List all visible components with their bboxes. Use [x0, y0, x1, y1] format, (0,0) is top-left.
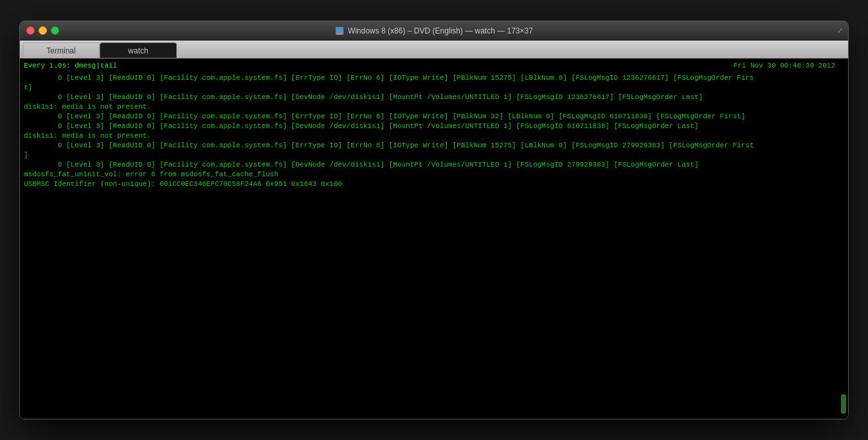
tab-bar: Terminal watch — [20, 41, 848, 59]
timestamp: Fri Nov 30 00:48:30 2012 — [734, 61, 844, 71]
svg-rect-1 — [336, 28, 343, 33]
terminal-body[interactable]: Every 1.0s: dmesg|tail Fri Nov 30 00:48:… — [20, 59, 848, 419]
terminal-header-line: Every 1.0s: dmesg|tail Fri Nov 30 00:48:… — [24, 61, 844, 71]
log-line-3: 0 [Level 3] [ReadUID 0] [Facility com.ap… — [24, 93, 844, 102]
log-line-12: USBMSC Identifier (non-unique): 001CC0EC… — [24, 179, 844, 189]
log-line-8: 0 [Level 3] [ReadUID 0] [Facility com.ap… — [24, 141, 844, 151]
watch-command: Every 1.0s: dmesg|tail — [24, 61, 117, 71]
log-line-11: msdosfs_fat_uninit_vol: error 6 from msd… — [24, 170, 844, 179]
tab-terminal[interactable]: Terminal — [23, 42, 100, 58]
log-line-7: disk1s1: media is not present. — [24, 131, 844, 141]
log-line-9: ] — [24, 151, 844, 160]
log-line-5: 0 [Level 3] [ReadUID 0] [Facility com.ap… — [24, 112, 844, 122]
scrollbar[interactable] — [840, 61, 847, 416]
minimize-button[interactable] — [39, 26, 47, 35]
tab-watch[interactable]: watch — [100, 42, 177, 58]
svg-rect-2 — [337, 33, 342, 34]
window-title: Windows 8 (x86) – DVD (English) — watch … — [335, 26, 533, 35]
log-line-6: 0 [Level 3] [ReadUID 0] [Facility com.ap… — [24, 122, 844, 131]
traffic-lights — [26, 26, 59, 35]
log-line-1: 0 [Level 3] [ReadUID 0] [Facility com.ap… — [24, 73, 844, 83]
terminal-window: Windows 8 (x86) – DVD (English) — watch … — [19, 21, 849, 419]
resize-icon[interactable]: ⤢ — [837, 26, 843, 35]
title-bar: Windows 8 (x86) – DVD (English) — watch … — [20, 21, 848, 41]
window-icon — [335, 26, 344, 35]
log-line-10: 0 [Level 3] [ReadUID 0] [Facility com.ap… — [24, 160, 844, 170]
log-line-2: t] — [24, 83, 844, 93]
maximize-button[interactable] — [51, 26, 59, 35]
close-button[interactable] — [26, 26, 35, 35]
log-line-4: disk1s1: media is not present. — [24, 102, 844, 112]
scrollbar-thumb[interactable] — [841, 394, 846, 414]
